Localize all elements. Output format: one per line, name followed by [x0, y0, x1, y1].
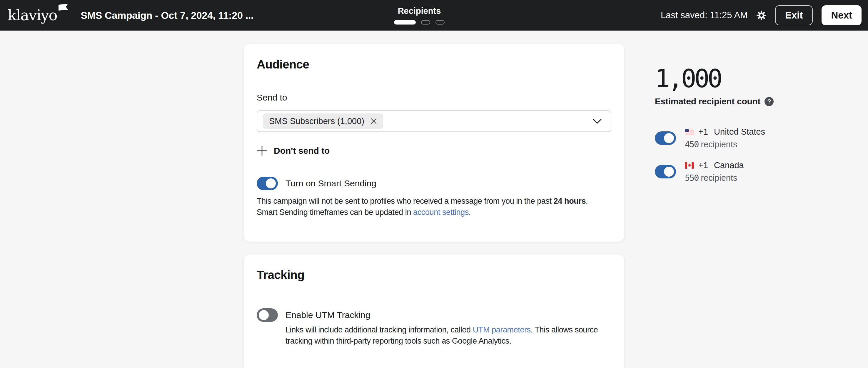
utm-parameters-link[interactable]: UTM parameters [473, 325, 531, 334]
account-settings-link[interactable]: account settings [413, 208, 469, 216]
step-pill-2[interactable] [421, 20, 430, 25]
exit-button[interactable]: Exit [775, 5, 813, 25]
card-column: Audience Send to SMS Subscribers (1,000) [244, 44, 624, 368]
smart-sending-desc-text: This campaign will not be sent to profil… [257, 197, 554, 205]
region-list: +1 United States 450recipients [655, 127, 774, 183]
settings-gear-icon[interactable] [756, 10, 766, 20]
us-region-name: United States [714, 127, 765, 137]
help-icon[interactable]: ? [765, 97, 774, 106]
campaign-recipients-page: Audience Send to SMS Subscribers (1,000) [0, 31, 868, 368]
audience-heading: Audience [257, 58, 611, 71]
topbar: klaviyo SMS Campaign - Oct 7, 2024, 11:2… [0, 0, 868, 31]
last-saved-text: Last saved: 11:25 AM [661, 10, 748, 21]
smart-sending-description: This campaign will not be sent to profil… [257, 196, 611, 218]
canada-flag-icon [685, 162, 694, 169]
klaviyo-flag-icon [58, 4, 68, 11]
estimated-recipient-count: 1,000 [655, 66, 774, 91]
utm-tracking-row: Enable UTM Tracking Links will include a… [257, 310, 611, 347]
utm-description: Links will include additional tracking i… [285, 324, 598, 347]
toggle-knob [664, 167, 674, 177]
plus-icon [257, 145, 267, 156]
toggle-knob [259, 310, 269, 320]
dont-send-to-button[interactable]: Don't send to [257, 145, 330, 156]
smart-sending-toggle[interactable] [257, 177, 278, 190]
tracking-card: Tracking Enable UTM Tracking Links will … [244, 255, 624, 368]
campaign-title: SMS Campaign - Oct 7, 2024, 11:20 ... [81, 10, 253, 21]
region-row-canada: +1 Canada 550recipients [655, 161, 774, 183]
klaviyo-logo[interactable]: klaviyo [8, 8, 68, 23]
audience-card: Audience Send to SMS Subscribers (1,000) [244, 44, 624, 242]
tracking-heading: Tracking [257, 268, 611, 282]
utm-tracking-label: Enable UTM Tracking [285, 310, 598, 320]
send-to-label: Send to [257, 93, 611, 103]
count-label: Estimated recipient count [655, 96, 761, 106]
toggle-knob [664, 133, 674, 143]
toggle-knob [266, 178, 276, 189]
chevron-down-icon [592, 119, 602, 124]
step-label: Recipients [398, 6, 441, 16]
topbar-actions: Last saved: 11:25 AM Exit Next [661, 5, 862, 25]
us-recipient-count: 450recipients [685, 139, 765, 149]
dont-send-to-label: Don't send to [274, 146, 330, 156]
smart-sending-desc-bold: 24 hours [554, 197, 586, 205]
us-dial-code: +1 [698, 127, 708, 137]
send-to-select[interactable]: SMS Subscribers (1,000) [257, 110, 611, 132]
step-pills [394, 20, 444, 25]
recipient-summary: 1,000 Estimated recipient count ? [655, 66, 774, 183]
smart-sending-label: Turn on Smart Sending [285, 178, 376, 189]
us-region-info: +1 United States 450recipients [685, 127, 765, 149]
canada-recipient-count: 550recipients [685, 173, 744, 183]
canada-region-name: Canada [714, 161, 744, 170]
smart-sending-row: Turn on Smart Sending [257, 177, 611, 190]
us-region-toggle[interactable] [655, 131, 676, 145]
step-pill-3[interactable] [435, 20, 444, 25]
canada-dial-code: +1 [698, 161, 708, 170]
audience-chip[interactable]: SMS Subscribers (1,000) [263, 113, 383, 129]
canada-region-info: +1 Canada 550recipients [685, 161, 744, 183]
audience-chip-label: SMS Subscribers (1,000) [269, 116, 364, 126]
step-indicator: Recipients [394, 6, 444, 25]
utm-text-block: Enable UTM Tracking Links will include a… [285, 310, 598, 347]
us-flag-icon [685, 129, 694, 135]
step-pill-recipients-active[interactable] [394, 20, 416, 25]
klaviyo-wordmark: klaviyo [8, 8, 57, 23]
next-button[interactable]: Next [822, 5, 862, 25]
utm-tracking-toggle[interactable] [257, 308, 278, 322]
region-row-united-states: +1 United States 450recipients [655, 127, 774, 149]
canada-region-toggle[interactable] [655, 165, 676, 178]
count-label-row: Estimated recipient count ? [655, 96, 774, 106]
chip-remove-icon[interactable] [370, 118, 377, 125]
